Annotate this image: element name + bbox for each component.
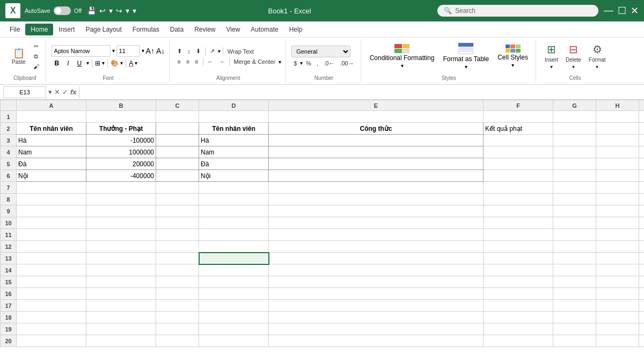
cell-B4[interactable]: 1000000	[86, 146, 156, 158]
row-header-6[interactable]: 6	[1, 170, 17, 182]
cell-A5[interactable]: Đà	[17, 158, 86, 170]
cut-button[interactable]: ✂	[31, 42, 41, 51]
cell-H3[interactable]	[596, 135, 639, 146]
cell-F17[interactable]	[484, 300, 553, 312]
percent-button[interactable]: %	[304, 59, 313, 68]
align-bottom-button[interactable]: ⬇	[194, 47, 203, 56]
cell-I9[interactable]	[639, 205, 645, 217]
copy-button[interactable]: ⧉	[31, 52, 41, 61]
cell-G3[interactable]	[553, 135, 596, 146]
cell-E20[interactable]	[269, 335, 484, 347]
cell-C9[interactable]	[156, 205, 199, 217]
cell-C17[interactable]	[156, 300, 199, 312]
cell-H11[interactable]	[596, 229, 639, 241]
row-header-4[interactable]: 4	[1, 146, 17, 158]
cell-E11[interactable]	[269, 229, 484, 241]
cell-E4[interactable]	[269, 146, 484, 158]
cell-I2[interactable]	[639, 123, 645, 135]
cell-H4[interactable]	[596, 146, 639, 158]
cell-B6[interactable]: -400000	[86, 170, 156, 182]
corner-header[interactable]	[1, 100, 17, 111]
cell-I4[interactable]	[639, 146, 645, 158]
cell-styles-button[interactable]: Cell Styles ▾	[494, 42, 531, 70]
row-header-8[interactable]: 8	[1, 194, 17, 205]
cell-G13[interactable]	[553, 253, 596, 264]
cell-B13[interactable]	[86, 253, 156, 264]
cell-F13[interactable]	[484, 253, 553, 264]
italic-button[interactable]: I	[64, 58, 72, 68]
cell-I3[interactable]	[639, 135, 645, 146]
cell-I18[interactable]	[639, 312, 645, 323]
cell-C3[interactable]	[156, 135, 199, 146]
cell-F15[interactable]	[484, 276, 553, 288]
cell-F19[interactable]	[484, 323, 553, 335]
menu-help[interactable]: Help	[284, 24, 308, 35]
cell-A11[interactable]	[17, 229, 86, 241]
row-header-1[interactable]: 1	[1, 111, 17, 123]
cell-E15[interactable]	[269, 276, 484, 288]
cell-I1[interactable]	[639, 111, 645, 123]
cell-F1[interactable]	[484, 111, 553, 123]
bold-button[interactable]: B	[52, 58, 63, 68]
cell-F4[interactable]	[484, 146, 553, 158]
cell-B11[interactable]	[86, 229, 156, 241]
insert-dropdown-icon[interactable]: ▾	[550, 64, 553, 70]
cell-A16[interactable]	[17, 288, 86, 300]
undo-dropdown-icon[interactable]: ▾	[109, 6, 113, 15]
col-header-D[interactable]: D	[199, 100, 269, 111]
cell-E1[interactable]	[269, 111, 484, 123]
cell-D1[interactable]	[199, 111, 269, 123]
cell-G4[interactable]	[553, 146, 596, 158]
increase-indent-button[interactable]: →	[217, 57, 227, 66]
cell-F9[interactable]	[484, 205, 553, 217]
cell-B7[interactable]	[86, 182, 156, 194]
menu-home[interactable]: Home	[25, 24, 53, 35]
cell-styles-dropdown-icon[interactable]: ▾	[511, 62, 514, 68]
menu-data[interactable]: Data	[165, 24, 189, 35]
cell-A18[interactable]	[17, 312, 86, 323]
row-header-10[interactable]: 10	[1, 217, 17, 229]
cell-G18[interactable]	[553, 312, 596, 323]
row-header-2[interactable]: 2	[1, 123, 17, 135]
underline-button[interactable]: U	[74, 58, 85, 68]
paste-button[interactable]: 📋 Paste	[9, 47, 29, 67]
cell-A2[interactable]: Tên nhân viên	[17, 123, 86, 135]
cell-B19[interactable]	[86, 323, 156, 335]
cell-A19[interactable]	[17, 323, 86, 335]
cell-C5[interactable]	[156, 158, 199, 170]
row-header-12[interactable]: 12	[1, 241, 17, 253]
cell-H2[interactable]	[596, 123, 639, 135]
redo-dropdown-icon[interactable]: ▾	[126, 6, 129, 15]
format-button[interactable]: ⚙ Format ▾	[586, 41, 609, 71]
cell-H14[interactable]	[596, 264, 639, 276]
cell-G17[interactable]	[553, 300, 596, 312]
cell-D20[interactable]	[199, 335, 269, 347]
cell-B2[interactable]: Thưởng - Phạt	[86, 123, 156, 135]
cell-C10[interactable]	[156, 217, 199, 229]
search-bar[interactable]: 🔍 Search	[437, 5, 598, 17]
cell-D10[interactable]	[199, 217, 269, 229]
cell-E2[interactable]: Công thức	[269, 123, 484, 135]
row-header-17[interactable]: 17	[1, 300, 17, 312]
cell-A15[interactable]	[17, 276, 86, 288]
cell-D2[interactable]: Tên nhân viên	[199, 123, 269, 135]
currency-dropdown-icon[interactable]: ▾	[300, 60, 303, 66]
cell-B12[interactable]	[86, 241, 156, 253]
cell-E8[interactable]	[269, 194, 484, 205]
cell-E16[interactable]	[269, 288, 484, 300]
cell-G16[interactable]	[553, 288, 596, 300]
cell-D5[interactable]: Đà	[199, 158, 269, 170]
cell-A9[interactable]	[17, 205, 86, 217]
cell-D8[interactable]	[199, 194, 269, 205]
cell-I19[interactable]	[639, 323, 645, 335]
format-as-table-button[interactable]: Format as Table ▾	[440, 41, 492, 72]
cell-C15[interactable]	[156, 276, 199, 288]
cancel-icon[interactable]: ✕	[54, 88, 60, 96]
cell-E13[interactable]	[269, 253, 484, 264]
cell-A8[interactable]	[17, 194, 86, 205]
cell-F3[interactable]	[484, 135, 553, 146]
cell-D14[interactable]	[199, 264, 269, 276]
cell-H15[interactable]	[596, 276, 639, 288]
cell-C16[interactable]	[156, 288, 199, 300]
delete-button[interactable]: ⊟ Delete ▾	[562, 41, 584, 71]
